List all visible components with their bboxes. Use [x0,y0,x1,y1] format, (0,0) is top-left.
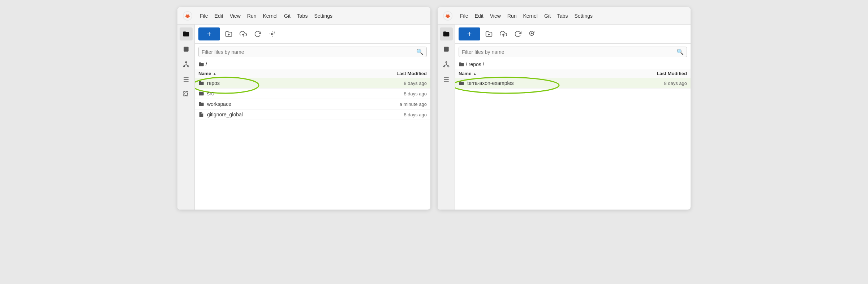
activity-bar-left [177,25,195,210]
activity-list-left[interactable] [180,73,193,86]
file-list-header-right: Name ▲ Last Modified [455,69,691,78]
svg-line-6 [184,65,186,66]
menu-file-left[interactable]: File [200,13,208,19]
col-modified-header-left[interactable]: Last Modified [380,71,427,76]
file-row-repos[interactable]: repos 8 days ago [195,78,430,89]
file-name-src: src [207,91,380,96]
file-browser-right: + + 🔍 [455,25,691,210]
upload-button-right[interactable] [498,28,509,40]
file-row-terra-axon[interactable]: terra-axon-examples 8 days ago [455,78,691,89]
new-folder-button-right[interactable] [483,28,495,40]
menu-tabs-left[interactable]: Tabs [297,13,308,19]
search-icon-left: 🔍 [416,48,424,55]
svg-point-20 [443,66,444,67]
panel-right: File Edit View Run Kernel Git Tabs Setti… [438,7,691,210]
col-name-header-right[interactable]: Name ▲ [459,71,640,76]
breadcrumb-folder-icon-left [198,61,204,67]
col-modified-header-right[interactable]: Last Modified [640,71,687,76]
breadcrumb-path-left: / [206,61,207,67]
app-logo-right [443,11,453,21]
svg-point-14 [271,33,273,35]
breadcrumb-left: / [195,60,430,69]
activity-git-right[interactable] [440,58,453,71]
menu-edit-left[interactable]: Edit [215,13,223,19]
main-area-left: + + 🔍 [177,25,430,210]
refresh-button-right[interactable] [512,28,524,40]
search-input-right[interactable] [462,49,676,55]
svg-point-3 [183,66,184,67]
svg-rect-18 [444,47,448,51]
col-name-header-left[interactable]: Name ▲ [198,71,380,76]
menubar-items-right: File Edit View Run Kernel Git Tabs Setti… [460,13,593,19]
breadcrumb-path-right: / repos / [466,61,484,67]
activity-stop-right[interactable] [440,43,453,56]
new-button-right[interactable]: + [459,27,480,40]
toolbar-left: + + [195,25,430,44]
activity-bar-right [438,25,455,210]
menu-file-right[interactable]: File [460,13,468,19]
breadcrumb-right: / repos / [455,60,691,69]
file-name-repos: repos [207,80,380,86]
menu-settings-left[interactable]: Settings [314,13,332,19]
file-modified-gitignore: 8 days ago [380,112,427,117]
file-modified-workspace: a minute ago [380,102,427,107]
svg-point-21 [448,66,449,67]
file-list-right: Name ▲ Last Modified terra-axon-examples… [455,69,691,210]
new-folder-button-left[interactable] [223,28,235,40]
file-modified-repos: 8 days ago [380,81,427,86]
menu-git-right[interactable]: Git [544,13,551,19]
menu-kernel-left[interactable]: Kernel [263,13,277,19]
toolbar-right: + + [455,25,691,44]
menu-kernel-right[interactable]: Kernel [523,13,537,19]
svg-text:+: + [274,31,275,34]
sort-arrow-left: ▲ [212,72,216,76]
file-row-src[interactable]: src 8 days ago [195,89,430,99]
activity-list-right[interactable] [440,73,453,86]
activity-git-left[interactable] [180,58,193,71]
file-list-header-left: Name ▲ Last Modified [195,69,430,78]
svg-point-4 [188,66,189,67]
svg-rect-1 [184,47,188,51]
file-list-left: Name ▲ Last Modified repos 8 days ago [195,69,430,210]
menu-run-left[interactable]: Run [247,13,257,19]
sort-arrow-right: ▲ [473,72,477,76]
file-browser-left: + + 🔍 [195,25,430,210]
menubar-items-left: File Edit View Run Kernel Git Tabs Setti… [200,13,332,19]
svg-line-23 [444,65,446,66]
file-row-gitignore[interactable]: gitignore_global 8 days ago [195,109,430,120]
file-modified-src: 8 days ago [380,91,427,96]
folder-icon-workspace [198,101,204,107]
git-add-button-left[interactable]: + [266,28,278,40]
panel-left: File Edit View Run Kernel Git Tabs Setti… [177,7,430,210]
menu-run-right[interactable]: Run [507,13,517,19]
new-button-left[interactable]: + [198,27,220,40]
menu-view-left[interactable]: View [230,13,241,19]
search-bar-left[interactable]: 🔍 [198,47,427,57]
activity-files-right[interactable] [440,27,453,40]
activity-puzzle-left[interactable] [180,88,193,101]
file-name-workspace: workspace [207,101,380,107]
menubar-left: File Edit View Run Kernel Git Tabs Setti… [177,7,430,25]
main-area-right: + + 🔍 [438,25,691,210]
git-add-button-right[interactable]: + [527,28,538,40]
file-row-workspace[interactable]: workspace a minute ago [195,99,430,109]
activity-files-left[interactable] [180,27,193,40]
menu-view-right[interactable]: View [490,13,501,19]
svg-point-2 [185,62,186,63]
folder-icon-src [198,91,204,96]
menu-edit-right[interactable]: Edit [475,13,484,19]
menu-git-left[interactable]: Git [284,13,291,19]
menubar-right: File Edit View Run Kernel Git Tabs Setti… [438,7,691,25]
breadcrumb-folder-icon-right [459,61,464,67]
file-modified-terra-axon: 8 days ago [640,81,687,86]
refresh-button-left[interactable] [252,28,263,40]
menu-tabs-right[interactable]: Tabs [557,13,568,19]
app-logo [182,11,193,21]
menu-settings-right[interactable]: Settings [574,13,593,19]
svg-line-7 [186,65,188,66]
search-input-left[interactable] [202,49,416,55]
svg-point-19 [446,62,447,63]
search-bar-right[interactable]: 🔍 [459,47,687,57]
activity-stop-left[interactable] [180,43,193,56]
upload-button-left[interactable] [237,28,249,40]
